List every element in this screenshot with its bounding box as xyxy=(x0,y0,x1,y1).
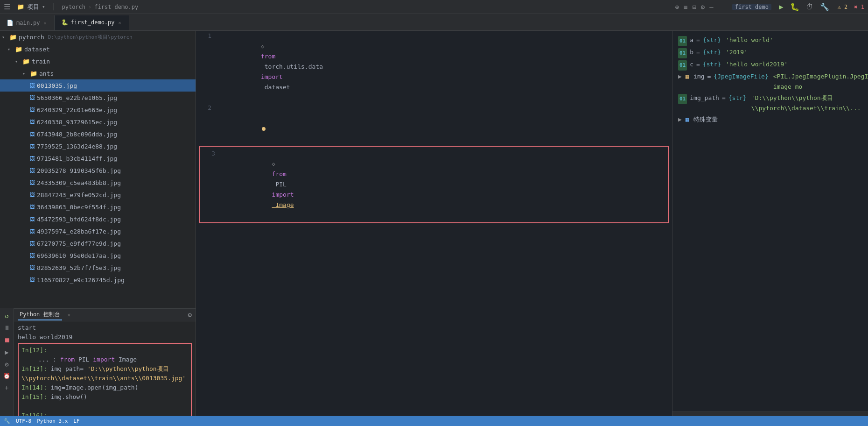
var-val-imgpath: 'D:\\python\\python项目\\pytorch\\dataset\… xyxy=(751,93,862,114)
tree-item-ants[interactable]: ▾ 📁 ants xyxy=(0,67,196,79)
console-in12: In[12]: xyxy=(21,346,188,355)
tree-item-file15[interactable]: 🖼 82852639_52b7f7f5e3.jpg xyxy=(0,262,196,274)
main-layout: ▾ 📁 pytorch D:\python\python项目\pytorch ▾… xyxy=(0,31,868,416)
run-icon[interactable]: ▶ xyxy=(779,2,784,11)
right-scrollbar[interactable] xyxy=(672,412,868,416)
tree-item-0013035[interactable]: 🖼 0013035.jpg xyxy=(0,79,196,92)
breadcrumb-pytorch: pytorch xyxy=(62,4,85,10)
tab-first-demo-close[interactable]: ✕ xyxy=(118,20,122,26)
editor-area: 1 ◇ from torch.utils.data import dataset… xyxy=(196,31,868,416)
statusbar: 🔧 UTF-8 Python 3.x LF xyxy=(0,416,868,426)
tab-main-py[interactable]: 📄 main.py ✕ xyxy=(0,15,55,30)
console-red-box: In[12]: ... : from PIL import Image xyxy=(18,343,192,416)
menu-icon[interactable]: ☰ xyxy=(4,2,10,11)
project-chevron[interactable]: ▾ xyxy=(42,4,45,10)
right-panel: 01 a = {str} 'hello world' 01 b = {str} … xyxy=(672,31,868,416)
console-settings-icon[interactable]: ⚙ xyxy=(188,311,192,319)
tree-item-train[interactable]: ▾ 📁 train xyxy=(0,55,196,67)
file-icon-11: 🖼 xyxy=(30,216,35,222)
editor-red-box: 3 ◇ from PIL import Image xyxy=(199,146,669,223)
tree-item-file9[interactable]: 🖼 28847243_e79fe052cd.jpg xyxy=(0,189,196,201)
folder-icon-pytorch: 📁 xyxy=(9,34,17,41)
var-expand-img[interactable]: ▶ xyxy=(678,71,682,82)
console-plus-icon[interactable]: + xyxy=(5,384,8,391)
yellow-dot xyxy=(262,127,266,131)
tree-item-file12[interactable]: 🖼 49375974_e28ba6f17e.jpg xyxy=(0,225,196,237)
console-in14: In[14]: img=Image.open(img_path) xyxy=(21,383,188,392)
tree-item-file4[interactable]: 🖼 6743948_2b8c096dda.jpg xyxy=(0,128,196,140)
file-tree: ▾ 📁 pytorch D:\python\python项目\pytorch ▾… xyxy=(0,31,196,308)
tree-label-file14: 69639610_95e0de17aa.jpg xyxy=(37,252,121,259)
project-icon: 📁 xyxy=(17,3,24,10)
file-icon-15: 🖼 xyxy=(30,265,35,271)
minimize-icon[interactable]: — xyxy=(709,3,713,11)
file-icon-1: 🖼 xyxy=(30,95,35,101)
tab-first-demo-py[interactable]: 🐍 first_demo.py ✕ xyxy=(55,15,129,30)
console-in15: In[15]: img.show() xyxy=(21,392,188,402)
console-body[interactable]: start hello world2019 In[12]: .. xyxy=(14,321,196,416)
tab-main-py-icon: 📄 xyxy=(7,20,14,26)
var-eq-b: = xyxy=(696,47,700,57)
console-restart-icon[interactable]: ↺ xyxy=(5,312,8,320)
file-icon-5: 🖼 xyxy=(30,143,35,149)
console-run-icon[interactable]: ⏹ xyxy=(4,336,10,344)
console-in12-content: ... : from PIL import Image xyxy=(21,355,188,364)
titlebar-left: ☰ 📁 项目 ▾ │ pytorch › first_demo.py xyxy=(4,2,675,11)
console-play-icon[interactable]: ▶ xyxy=(5,348,8,356)
add-icon[interactable]: ⊕ xyxy=(675,3,679,11)
tree-item-file8[interactable]: 🖼 24335309_c5ea483bb8.jpg xyxy=(0,177,196,189)
profile-icon[interactable]: ⏱ xyxy=(806,2,813,11)
tree-label-file5: 7759525_1363d24e88.jpg xyxy=(37,143,117,150)
tree-label-file10: 36439863_0bec9f554f.jpg xyxy=(37,204,121,211)
tab-first-demo-icon: 🐍 xyxy=(61,19,68,26)
console-tab-bar: Python 控制台 ✕ ⚙ xyxy=(14,308,196,321)
tree-item-file7[interactable]: 🖼 20935278_9190345f6b.jpg xyxy=(0,164,196,177)
tree-item-file3[interactable]: 🖼 6240338_93729615ec.jpg xyxy=(0,116,196,128)
code-line-1: 1 ◇ from torch.utils.data import dataset xyxy=(196,31,672,103)
debug-icon[interactable]: 🐛 xyxy=(790,2,799,11)
console-in16: In[16]: xyxy=(21,411,188,416)
file-icon-10: 🖼 xyxy=(30,204,35,210)
tree-item-file1[interactable]: 🖼 5650366_e22b7e1065.jpg xyxy=(0,92,196,104)
tab-main-py-label: main.py xyxy=(16,20,40,26)
variables-panel: 01 a = {str} 'hello world' 01 b = {str} … xyxy=(672,31,868,412)
tree-label-ants: ants xyxy=(39,70,54,77)
tree-label-file12: 49375974_e28ba6f17e.jpg xyxy=(37,228,121,235)
tree-label-0013035: 0013035.jpg xyxy=(37,82,77,89)
split-icon[interactable]: ⊟ xyxy=(692,3,696,11)
tree-item-file11[interactable]: 🖼 45472593_bfd624f8dc.jpg xyxy=(0,213,196,225)
status-item-1: 🔧 xyxy=(4,418,10,424)
breadcrumb-file: first_demo.py xyxy=(94,4,138,10)
tree-label-file1: 5650366_e22b7e1065.jpg xyxy=(37,94,117,101)
tree-item-dataset[interactable]: ▾ 📁 dataset xyxy=(0,43,196,55)
console-gear-icon[interactable]: ⚙ xyxy=(5,361,8,368)
var-expand-special[interactable]: ▶ xyxy=(678,114,682,125)
file-icon-8: 🖼 xyxy=(30,180,35,186)
tree-item-file14[interactable]: 🖼 69639610_95e0de17aa.jpg xyxy=(0,249,196,262)
settings-icon[interactable]: ⚙ xyxy=(701,3,705,11)
var-num-b: 01 xyxy=(678,48,687,58)
console-clock-icon[interactable]: ⏰ xyxy=(3,373,10,379)
tree-label-train: train xyxy=(32,58,50,65)
tree-item-file10[interactable]: 🖼 36439863_0bec9f554f.jpg xyxy=(0,201,196,213)
file-icon-6: 🖼 xyxy=(30,156,35,162)
tree-item-file13[interactable]: 🖼 67270775_e9fdf77e9d.jpg xyxy=(0,237,196,249)
tree-item-file2[interactable]: 🖼 6240329_72c01e663e.jpg xyxy=(0,104,196,116)
file-icon-2: 🖼 xyxy=(30,107,35,113)
tree-item-file5[interactable]: 🖼 7759525_1363d24e88.jpg xyxy=(0,140,196,152)
var-num-c: 01 xyxy=(678,60,687,71)
list-icon[interactable]: ≡ xyxy=(684,3,687,11)
tree-item-pytorch[interactable]: ▾ 📁 pytorch D:\python\python项目\pytorch xyxy=(0,31,196,43)
code-editor[interactable]: 1 ◇ from torch.utils.data import dataset… xyxy=(196,31,672,416)
tree-item-file16[interactable]: 🖼 116570827_e9c126745d.jpg xyxy=(0,274,196,286)
editor-main: 1 ◇ from torch.utils.data import dataset… xyxy=(196,31,868,416)
tools-icon[interactable]: 🔧 xyxy=(820,2,829,11)
tree-item-file6[interactable]: 🖼 9715481_b3cb4114ff.jpg xyxy=(0,152,196,164)
console-in13: In[13]: img_path= 'D:\\python\\python项目\… xyxy=(21,364,188,383)
tab-main-py-close[interactable]: ✕ xyxy=(43,20,48,26)
console-stop-icon[interactable]: ⏸ xyxy=(4,324,10,332)
tabbar: 📄 main.py ✕ 🐍 first_demo.py ✕ xyxy=(0,14,868,31)
console-tab-label[interactable]: Python 控制台 xyxy=(18,310,62,320)
console-tab-close[interactable]: ✕ xyxy=(68,312,71,318)
line-num-1: 1 xyxy=(196,31,217,103)
